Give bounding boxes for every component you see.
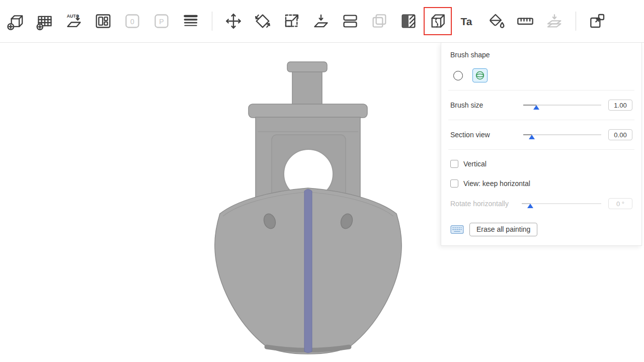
auto-orient-button[interactable]: AUTO xyxy=(62,10,86,33)
measure-icon xyxy=(515,11,535,31)
keep-horizontal-checkbox-row[interactable]: View: keep horizontal xyxy=(450,178,632,189)
text-tool-button[interactable]: Ta xyxy=(455,10,478,33)
panel-divider xyxy=(448,90,634,90)
section-view-label: Section view xyxy=(450,131,523,139)
section-view-slider-thumb[interactable] xyxy=(529,135,535,139)
benchy-chimney xyxy=(292,69,322,106)
toolbar-separator xyxy=(576,12,576,31)
keep-horizontal-checkbox[interactable] xyxy=(450,179,458,188)
brush-size-slider-thumb[interactable] xyxy=(533,105,539,110)
section-view-value[interactable]: 0.00 xyxy=(608,129,632,140)
brush-shape-circle-option[interactable] xyxy=(450,68,465,82)
rotate-horizontally-label: Rotate horizontally xyxy=(450,200,522,208)
brush-size-label: Brush size xyxy=(450,101,523,109)
svg-text:0: 0 xyxy=(130,18,134,26)
cut-icon xyxy=(340,11,360,31)
arrange-icon xyxy=(93,11,113,31)
erase-row: Erase all painting xyxy=(450,222,632,236)
support-painting-button[interactable] xyxy=(397,10,420,33)
circle-brush-icon xyxy=(453,71,463,80)
rotate-button[interactable] xyxy=(251,10,274,33)
move-button[interactable] xyxy=(222,10,245,33)
cut-button[interactable] xyxy=(339,10,362,33)
color-painting-icon xyxy=(486,11,506,31)
place-on-face-button[interactable] xyxy=(309,10,333,33)
svg-text:P: P xyxy=(159,18,164,26)
add-object-icon xyxy=(6,11,26,31)
rotate-horizontally-slider-thumb[interactable] xyxy=(527,204,533,208)
section-view-row: Section view 0.00 xyxy=(450,127,632,142)
assemble-icon xyxy=(587,11,607,31)
panel-divider xyxy=(448,149,634,150)
main-toolbar: AUTO 0 P xyxy=(0,0,644,43)
move-icon xyxy=(223,11,244,31)
variable-layer-height-icon xyxy=(181,11,201,31)
auto-orient-icon: AUTO xyxy=(64,11,84,31)
vertical-checkbox-row[interactable]: Vertical xyxy=(450,158,632,169)
scale-icon xyxy=(282,11,302,31)
seam-painting-icon xyxy=(428,11,448,31)
measure-button[interactable] xyxy=(514,10,537,33)
keyboard-shortcut-icon[interactable] xyxy=(450,225,464,234)
support-painting-icon xyxy=(398,11,419,31)
split-to-objects-button[interactable]: 0 xyxy=(121,10,144,33)
assemble-button[interactable] xyxy=(586,10,609,33)
seam-paint-stripe xyxy=(304,190,312,353)
split-to-parts-button[interactable]: P xyxy=(150,10,173,33)
panel-divider xyxy=(448,120,634,120)
rotate-horizontally-row: Rotate horizontally 0 ° xyxy=(450,196,632,211)
section-view-slider-track xyxy=(523,134,601,135)
place-on-face-icon xyxy=(311,11,331,31)
benchy-roof xyxy=(249,104,367,118)
brush-shape-label: Brush shape xyxy=(450,51,632,59)
variable-layer-height-button[interactable] xyxy=(179,10,202,33)
scale-button[interactable] xyxy=(280,10,303,33)
brush-size-row: Brush size 1.00 xyxy=(450,98,632,113)
toolbar-separator xyxy=(212,12,212,31)
clone-button[interactable] xyxy=(368,10,391,33)
rotate-horizontally-value: 0 ° xyxy=(608,198,632,209)
brush-size-value[interactable]: 1.00 xyxy=(608,100,632,111)
brush-shape-sphere-option[interactable] xyxy=(472,68,488,82)
clone-icon xyxy=(369,11,389,31)
benchy-model[interactable] xyxy=(215,62,401,354)
seam-painting-panel: Brush shape Brush size 1.00 Section view xyxy=(441,43,642,246)
rotate-horizontally-slider-track xyxy=(522,203,601,204)
assembly-view-button[interactable] xyxy=(543,10,566,33)
sphere-brush-icon xyxy=(475,70,485,80)
svg-text:Ta: Ta xyxy=(461,16,472,27)
add-plate-icon xyxy=(35,11,55,31)
text-tool-icon: Ta xyxy=(457,11,477,31)
seam-painting-button[interactable] xyxy=(426,10,449,33)
erase-all-painting-button[interactable]: Erase all painting xyxy=(469,223,537,236)
rotate-icon xyxy=(253,11,273,31)
assembly-view-icon xyxy=(544,11,565,31)
add-object-button[interactable] xyxy=(4,10,27,33)
split-to-objects-icon: 0 xyxy=(122,11,142,31)
benchy-chimney-cap xyxy=(287,62,327,72)
keep-horizontal-label: View: keep horizontal xyxy=(463,179,530,188)
vertical-checkbox[interactable] xyxy=(450,160,458,168)
split-to-parts-icon: P xyxy=(151,11,172,31)
add-plate-button[interactable] xyxy=(33,10,56,33)
brush-shape-options xyxy=(450,68,632,83)
arrange-button[interactable] xyxy=(92,10,115,33)
rotate-horizontally-slider[interactable] xyxy=(522,199,601,208)
section-view-slider[interactable] xyxy=(523,130,601,139)
vertical-label: Vertical xyxy=(463,160,487,168)
color-painting-button[interactable] xyxy=(485,10,508,33)
brush-size-slider[interactable] xyxy=(523,101,601,110)
